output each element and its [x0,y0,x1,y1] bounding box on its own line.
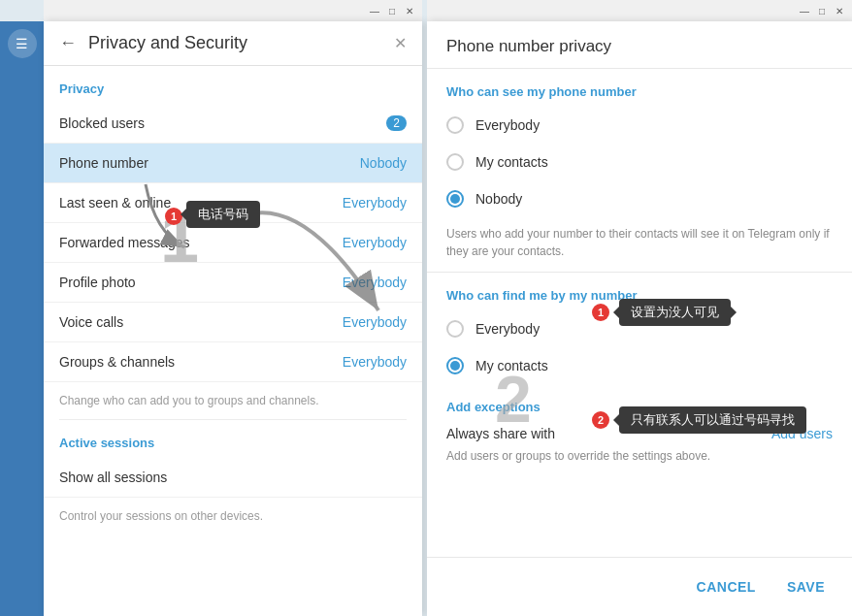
see-phone-mycontacts[interactable]: My contacts [446,144,833,180]
phone-number-label: Phone number [59,155,148,171]
left-close-btn[interactable]: ✕ [403,4,416,17]
cancel-button[interactable]: CANCEL [689,573,764,600]
voice-calls-label: Voice calls [59,314,123,330]
phone-privacy-panel: Phone number privacy Who can see my phon… [427,21,852,616]
forwarded-messages-item[interactable]: Forwarded messages Everybody [44,223,422,263]
see-phone-section: Who can see my phone number [427,69,852,107]
always-share-row: Always share with Add users [446,426,833,441]
see-everybody-radio[interactable] [446,116,464,134]
forwarded-messages-label: Forwarded messages [59,235,190,250]
show-all-sessions-label: Show all sessions [59,470,167,485]
right-panel-header: Phone number privacy [427,21,852,69]
right-panel-title: Phone number privacy [446,37,833,56]
blocked-users-item[interactable]: Blocked users 2 [44,104,422,144]
menu-icon[interactable]: ☰ [8,29,37,58]
blocked-users-badge: 2 [386,115,407,131]
profile-photo-value: Everybody [343,275,407,290]
see-phone-desc: Users who add your number to their conta… [427,217,852,273]
see-mycontacts-label: My contacts [475,154,548,170]
see-phone-options: Everybody My contacts Nobody [427,107,852,217]
phone-number-callout: 电话号码 [186,201,260,228]
groups-channels-label: Groups & channels [59,354,175,370]
panel-header: ← Privacy and Security ✕ [44,21,422,66]
right-minimize-btn[interactable]: — [798,4,811,17]
show-all-sessions-item[interactable]: Show all sessions [44,458,422,498]
phone-number-item[interactable]: Phone number Nobody [44,144,422,183]
last-seen-label: Last seen & online [59,195,171,211]
always-share-label: Always share with [446,426,555,441]
find-everybody-radio[interactable] [446,320,464,338]
voice-calls-value: Everybody [343,314,407,330]
chat-sidebar: ☰ [0,21,44,616]
right-close-btn[interactable]: ✕ [833,4,846,17]
sessions-desc: Control your sessions on other devices. [44,498,422,535]
see-everybody-label: Everybody [475,117,540,133]
panel-footer: CANCEL SAVE [427,557,852,616]
see-nobody-label: Nobody [475,191,522,207]
back-button[interactable]: ← [59,33,77,53]
save-button[interactable]: SAVE [779,573,833,600]
add-exceptions-section: Add exceptions Always share with Add use… [427,384,852,470]
add-users-link[interactable]: Add users [771,426,833,441]
blocked-users-label: Blocked users [59,115,145,131]
add-exceptions-title: Add exceptions [446,400,833,414]
profile-photo-label: Profile photo [59,275,136,290]
find-mycontacts-label: My contacts [475,358,548,373]
find-mycontacts-radio[interactable] [446,357,464,374]
left-maximize-btn[interactable]: □ [385,4,399,17]
find-mycontacts[interactable]: My contacts [446,347,833,384]
privacy-section-label: Privacy [44,66,422,104]
last-seen-value: Everybody [343,195,407,211]
groups-channels-value: Everybody [343,354,407,370]
exceptions-desc: Add users or groups to override the sett… [446,449,833,463]
see-phone-everybody[interactable]: Everybody [446,107,833,144]
left-window-chrome: — □ ✕ [44,0,422,21]
panel-close-button[interactable]: ✕ [394,34,407,52]
active-sessions-label: Active sessions [44,420,422,458]
right-window-chrome: — □ ✕ [427,0,852,21]
find-everybody[interactable]: Everybody [446,310,833,347]
phone-number-value: Nobody [360,155,407,171]
find-by-number-options: Everybody My contacts [427,310,852,384]
right-maximize-btn[interactable]: □ [815,4,829,17]
see-mycontacts-radio[interactable] [446,153,464,171]
privacy-security-panel: ← Privacy and Security ✕ Privacy Blocked… [44,21,422,616]
profile-photo-item[interactable]: Profile photo Everybody [44,263,422,303]
find-everybody-label: Everybody [475,321,540,337]
left-minimize-btn[interactable]: — [368,4,381,17]
groups-desc: Change who can add you to groups and cha… [44,382,422,419]
panel-content: Privacy Blocked users 2 Phone number Nob… [44,66,422,616]
see-nobody-radio[interactable] [446,190,464,208]
forwarded-messages-value: Everybody [343,235,407,250]
see-phone-nobody[interactable]: Nobody [446,180,833,217]
find-by-number-section: Who can find me by my number [427,273,852,310]
groups-channels-item[interactable]: Groups & channels Everybody [44,342,422,382]
panel-title: Privacy and Security [88,33,394,53]
voice-calls-item[interactable]: Voice calls Everybody [44,303,422,342]
